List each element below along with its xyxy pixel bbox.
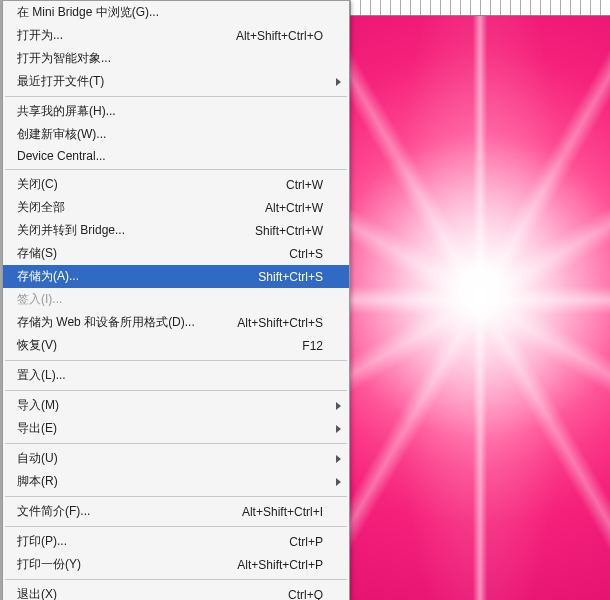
menu-export[interactable]: 导出(E)	[3, 417, 349, 440]
submenu-arrow-icon	[336, 425, 341, 433]
menu-item-shortcut: Alt+Shift+Ctrl+P	[219, 558, 329, 572]
menu-automate[interactable]: 自动(U)	[3, 447, 349, 470]
menu-separator	[5, 169, 347, 170]
menu-item-label: 自动(U)	[17, 450, 219, 467]
menu-item-shortcut: Alt+Shift+Ctrl+I	[219, 505, 329, 519]
menu-item-label: 在 Mini Bridge 中浏览(G)...	[17, 4, 219, 21]
menu-file-info[interactable]: 文件简介(F)...Alt+Shift+Ctrl+I	[3, 500, 349, 523]
menu-item-label: 打印一份(Y)	[17, 556, 219, 573]
menu-item-shortcut: Shift+Ctrl+W	[219, 224, 329, 238]
menu-item-label: 存储为(A)...	[17, 268, 219, 285]
ruler-horizontal	[350, 0, 610, 16]
menu-share-screen[interactable]: 共享我的屏幕(H)...	[3, 100, 349, 123]
file-menu-dropdown: 在 Mini Bridge 中浏览(G)...打开为...Alt+Shift+C…	[2, 0, 350, 600]
menu-browse-minibridge[interactable]: 在 Mini Bridge 中浏览(G)...	[3, 1, 349, 24]
menu-print-one[interactable]: 打印一份(Y)Alt+Shift+Ctrl+P	[3, 553, 349, 576]
submenu-arrow-icon	[336, 402, 341, 410]
menu-exit[interactable]: 退出(X)Ctrl+Q	[3, 583, 349, 600]
menu-place[interactable]: 置入(L)...	[3, 364, 349, 387]
menu-item-label: 存储为 Web 和设备所用格式(D)...	[17, 314, 219, 331]
menu-revert[interactable]: 恢复(V)F12	[3, 334, 349, 357]
menu-item-label: 关闭并转到 Bridge...	[17, 222, 219, 239]
menu-import[interactable]: 导入(M)	[3, 394, 349, 417]
menu-save[interactable]: 存储(S)Ctrl+S	[3, 242, 349, 265]
menu-item-label: 最近打开文件(T)	[17, 73, 219, 90]
menu-separator	[5, 579, 347, 580]
menu-recent-files[interactable]: 最近打开文件(T)	[3, 70, 349, 93]
menu-item-label: 打开为...	[17, 27, 219, 44]
menu-separator	[5, 443, 347, 444]
menu-create-review[interactable]: 创建新审核(W)...	[3, 123, 349, 146]
menu-item-shortcut: Ctrl+W	[219, 178, 329, 192]
menu-separator	[5, 526, 347, 527]
menu-item-shortcut: Alt+Shift+Ctrl+S	[219, 316, 329, 330]
submenu-arrow-icon	[336, 78, 341, 86]
menu-save-web[interactable]: 存储为 Web 和设备所用格式(D)...Alt+Shift+Ctrl+S	[3, 311, 349, 334]
menu-item-shortcut: Alt+Shift+Ctrl+O	[219, 29, 329, 43]
menu-separator	[5, 390, 347, 391]
menu-item-label: 创建新审核(W)...	[17, 126, 219, 143]
menu-item-shortcut: Ctrl+S	[219, 247, 329, 261]
menu-item-label: 存储(S)	[17, 245, 219, 262]
menu-item-label: 脚本(R)	[17, 473, 219, 490]
menu-item-label: 共享我的屏幕(H)...	[17, 103, 219, 120]
menu-item-shortcut: Alt+Ctrl+W	[219, 201, 329, 215]
menu-item-shortcut: Ctrl+Q	[219, 588, 329, 601]
menu-save-as[interactable]: 存储为(A)...Shift+Ctrl+S	[3, 265, 349, 288]
menu-separator	[5, 360, 347, 361]
menu-item-shortcut: Ctrl+P	[219, 535, 329, 549]
menu-close[interactable]: 关闭(C)Ctrl+W	[3, 173, 349, 196]
menu-item-label: 置入(L)...	[17, 367, 219, 384]
menu-item-label: 打开为智能对象...	[17, 50, 219, 67]
menu-item-label: Device Central...	[17, 149, 219, 163]
menu-separator	[5, 496, 347, 497]
menu-item-label: 退出(X)	[17, 586, 219, 600]
menu-item-shortcut: F12	[219, 339, 329, 353]
menu-item-label: 签入(I)...	[17, 291, 219, 308]
menu-open-as[interactable]: 打开为...Alt+Shift+Ctrl+O	[3, 24, 349, 47]
menu-item-label: 打印(P)...	[17, 533, 219, 550]
menu-item-label: 文件简介(F)...	[17, 503, 219, 520]
menu-close-all[interactable]: 关闭全部Alt+Ctrl+W	[3, 196, 349, 219]
menu-item-label: 恢复(V)	[17, 337, 219, 354]
menu-open-smartobject[interactable]: 打开为智能对象...	[3, 47, 349, 70]
menu-item-shortcut: Shift+Ctrl+S	[219, 270, 329, 284]
menu-device-central[interactable]: Device Central...	[3, 146, 349, 166]
submenu-arrow-icon	[336, 455, 341, 463]
menu-item-label: 关闭(C)	[17, 176, 219, 193]
menu-item-label: 导出(E)	[17, 420, 219, 437]
menu-separator	[5, 96, 347, 97]
menu-scripts[interactable]: 脚本(R)	[3, 470, 349, 493]
menu-close-bridge[interactable]: 关闭并转到 Bridge...Shift+Ctrl+W	[3, 219, 349, 242]
menu-item-label: 关闭全部	[17, 199, 219, 216]
menu-print[interactable]: 打印(P)...Ctrl+P	[3, 530, 349, 553]
canvas-preview	[350, 0, 610, 600]
menu-item-label: 导入(M)	[17, 397, 219, 414]
menu-check-in: 签入(I)...	[3, 288, 349, 311]
submenu-arrow-icon	[336, 478, 341, 486]
